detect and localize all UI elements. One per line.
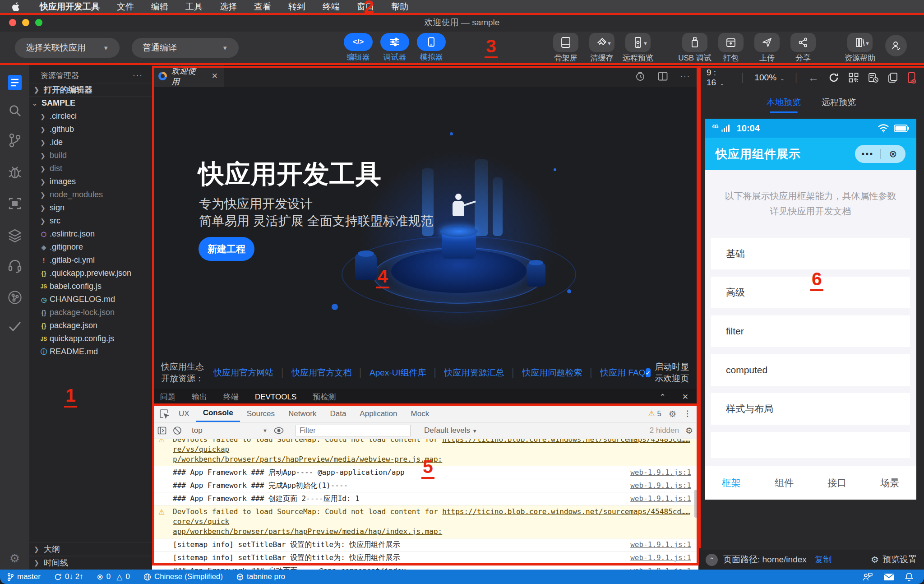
qr-code-icon[interactable] <box>849 73 859 83</box>
more-menu-icon[interactable]: ••• <box>855 149 880 159</box>
usb-debug-button[interactable] <box>682 33 707 52</box>
link-issues[interactable]: 快应用问题检索 <box>522 367 582 379</box>
devtools-settings-icon[interactable]: ⚙ <box>669 409 676 419</box>
split-editor-icon[interactable] <box>658 72 668 81</box>
feedback-icon[interactable] <box>863 572 873 581</box>
compile-mode-dropdown[interactable]: 普通编译▼ <box>132 38 239 58</box>
timeline-section[interactable]: ❯ 时间线 <box>29 556 152 570</box>
source-link[interactable]: web-1.9.1.js:1 <box>630 566 691 570</box>
network-icon[interactable] <box>0 290 29 305</box>
tab-devtools[interactable]: DEVTOOLS <box>255 393 296 402</box>
preview-frame-icon[interactable] <box>0 197 29 210</box>
preview-settings-button[interactable]: ⚙ 预览设置 <box>871 554 917 565</box>
debug-icon[interactable] <box>0 165 29 180</box>
devtools-tab-application[interactable]: Application <box>353 405 404 422</box>
search-icon[interactable] <box>0 104 29 117</box>
menu-window[interactable]: 窗口 <box>348 1 383 13</box>
tab-remote-preview[interactable]: 远程预览 <box>822 97 856 108</box>
show-welcome-checkbox[interactable]: ✓ <box>646 368 651 377</box>
support-headset-icon[interactable] <box>0 259 29 273</box>
panel-close-icon[interactable]: ✕ <box>682 392 688 402</box>
zoom-dropdown[interactable]: 100%⌄ <box>754 73 785 83</box>
ratio-dropdown[interactable]: 9 : 16⌄ <box>707 68 731 88</box>
zoom-window-button[interactable] <box>35 19 42 26</box>
close-circle-icon[interactable]: ⊗ <box>881 148 906 159</box>
file-row[interactable]: !.gitlab-ci.yml <box>29 254 152 267</box>
link-faq[interactable]: 快应用 FAQ <box>600 367 645 379</box>
frame-context-dropdown[interactable]: top▼ <box>192 426 268 435</box>
disconnect-phone-icon[interactable] <box>907 72 916 83</box>
devtools-tab-data[interactable]: Data <box>323 405 353 422</box>
tab-problems[interactable]: 问题 <box>160 392 176 402</box>
folder-row[interactable]: ❯images <box>29 175 152 188</box>
source-link[interactable]: web-1.9.1.js:1 <box>630 540 691 550</box>
tab-output[interactable]: 输出 <box>192 392 207 402</box>
remote-preview-button[interactable]: ▼ <box>625 33 651 52</box>
editor-mode-button[interactable]: </> <box>344 33 373 51</box>
simulator-mode-button[interactable] <box>417 33 446 51</box>
hidden-count[interactable]: 2 hidden <box>650 426 679 435</box>
list-item-advanced[interactable]: 高级 <box>711 277 910 308</box>
console-log[interactable]: ⚠ DevTools failed to load SourceMap: Cou… <box>152 439 698 570</box>
console-sidebar-icon[interactable] <box>157 426 166 435</box>
menu-selection[interactable]: 选择 <box>211 1 245 13</box>
tab-local-preview[interactable]: 本地预览 <box>767 97 801 108</box>
menu-go[interactable]: 转到 <box>280 1 314 13</box>
inspect-icon[interactable] <box>159 409 169 419</box>
resource-help-button[interactable]: ▼ <box>847 33 873 52</box>
console-settings-icon[interactable]: ⚙ <box>685 426 693 436</box>
git-branch-item[interactable]: master <box>7 572 41 581</box>
link-resources[interactable]: 快应用资源汇总 <box>444 367 504 379</box>
skeleton-screen-button[interactable] <box>553 33 578 52</box>
menu-tools[interactable]: 工具 <box>177 1 211 13</box>
file-row[interactable]: {}.quickapp.preview.json <box>29 267 152 280</box>
folder-row[interactable]: ❯dist <box>29 162 152 175</box>
menu-edit[interactable]: 编辑 <box>143 1 177 13</box>
apple-icon[interactable] <box>12 2 19 11</box>
folder-row[interactable]: ❯.circleci <box>29 110 152 123</box>
history-watch-icon[interactable] <box>635 71 645 82</box>
source-control-icon[interactable] <box>0 133 29 148</box>
warning-count[interactable]: ⚠ 5 <box>648 409 661 418</box>
upload-button[interactable] <box>754 33 780 52</box>
language-item[interactable]: Chinese (Simplified) <box>143 572 223 581</box>
file-row[interactable]: JSbabel.config.js <box>29 280 152 293</box>
collapse-up-icon[interactable]: ⌃ <box>706 554 718 566</box>
folder-row[interactable]: ❯node_modules <box>29 188 152 201</box>
file-row[interactable]: ⓘREADME.md <box>29 345 152 358</box>
file-row[interactable]: ⬡.eslintrc.json <box>29 227 152 241</box>
devtools-tab-ux[interactable]: UX <box>172 405 196 422</box>
nav-components[interactable]: 组件 <box>758 477 810 489</box>
close-icon[interactable]: ✕ <box>212 71 218 81</box>
console-filter-input[interactable] <box>296 425 411 436</box>
menu-terminal[interactable]: 终端 <box>314 1 348 13</box>
explorer-root[interactable]: ⌄ SAMPLE <box>29 97 152 110</box>
sync-item[interactable]: 0↓ 2↑ <box>54 572 83 581</box>
log-levels-dropdown[interactable]: Default levels ▼ <box>424 426 477 435</box>
copy-icon[interactable] <box>888 72 898 83</box>
file-row[interactable]: ◷CHANGELOG.md <box>29 293 152 306</box>
back-icon[interactable]: ← <box>808 71 819 84</box>
tab-precheck[interactable]: 预检测 <box>313 392 336 402</box>
panel-collapse-icon[interactable]: ⌃ <box>660 392 666 402</box>
nav-framework[interactable]: 框架 <box>705 477 758 489</box>
link-apex-ui[interactable]: Apex-UI组件库 <box>370 367 426 379</box>
devtools-tab-console[interactable]: Console <box>196 405 240 422</box>
list-item-style-layout[interactable]: 样式与布局 <box>711 393 910 425</box>
mail-icon[interactable] <box>883 573 894 581</box>
tab-terminal[interactable]: 终端 <box>223 392 239 402</box>
console-link[interactable]: app/workbench/browser/parts/hapPreview/m… <box>173 527 442 536</box>
capsule-menu[interactable]: ••• ⊗ <box>855 145 906 163</box>
package-button[interactable] <box>718 33 744 52</box>
outline-section[interactable]: ❯ 大纲 <box>29 542 152 556</box>
folder-row[interactable]: ❯sign <box>29 201 152 214</box>
nav-interfaces[interactable]: 接口 <box>811 477 864 489</box>
source-link[interactable]: web-1.9.1.js:1 <box>630 553 691 563</box>
source-link[interactable]: web-1.9.1.js:1 <box>630 481 691 491</box>
link-official-docs[interactable]: 快应用官方文档 <box>291 367 351 379</box>
devtools-tab-sources[interactable]: Sources <box>240 405 282 422</box>
minimize-window-button[interactable] <box>22 19 29 26</box>
link-official-site[interactable]: 快应用官方网站 <box>213 367 273 379</box>
list-item-filter[interactable]: filter <box>711 315 910 347</box>
menu-view[interactable]: 查看 <box>245 1 280 13</box>
